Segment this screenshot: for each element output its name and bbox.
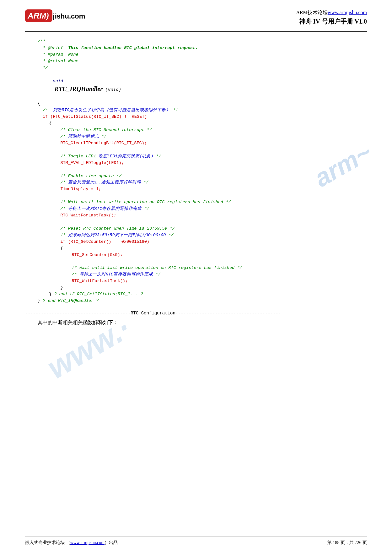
comment-enable-update-zh: /* 置全局变量为1，通知主程序打印时间 */ — [50, 179, 367, 186]
inner-open-brace: { — [44, 120, 367, 127]
code-comment-line-1: /** — [38, 38, 367, 45]
open-brace: { — [38, 101, 367, 107]
if-rtc-status: if (RTC_GetITStatus(RTC_IT_SEC) != RESET… — [38, 114, 367, 120]
header-forum: ARM技术论坛www.armjishu.com — [296, 9, 367, 16]
header-right: ARM技术论坛www.armjishu.com 神舟 IV 号用户手册 V1.0 — [296, 9, 367, 26]
footer-left-text: 嵌入式专业技术论坛 （ — [25, 540, 70, 545]
blank-5 — [38, 258, 367, 265]
comment-clear-rtc: /* Clear the RTC Second interrupt */ — [50, 127, 367, 133]
outer-close-brace: } ? end RTC_IRQHandler ? — [38, 298, 367, 304]
footer-right: 第 188 页，共 726 页 — [327, 540, 367, 546]
comment-reset-counter: /* Reset RTC Counter when Time is 23:59:… — [50, 226, 367, 232]
code-comment-param: * @param None — [38, 52, 367, 58]
rtc-set-counter: RTC_SetCounter(0x0); — [56, 252, 367, 258]
led-toggle-call: STM_EVAL_LEDToggle(LED1); — [50, 160, 367, 166]
func-name: RTC_IRQHandler — [53, 85, 103, 92]
header-manual-title: 神舟 IV 号用户手册 V1.0 — [296, 17, 367, 26]
if-get-counter: if (RTC_GetCounter() == 0x00015180) — [50, 239, 367, 245]
arm-logo-text: ARM — [28, 11, 46, 21]
inner-close-brace: } ? end if RTC_GetITStatus(RTC_I... ? — [44, 291, 367, 298]
comment-enable-update: /* Enable time update */ — [50, 173, 367, 180]
rtc-wait-2: RTC_WaitForLastTask(); — [56, 278, 367, 285]
jishu-suffix: jishu.com — [53, 12, 85, 20]
footer: 嵌入式专业技术论坛 （www.armjishu.com）出品 第 188 页，共… — [25, 536, 367, 546]
comment-wait-1-zh: /* 等待上一次对RTC寄存器的写操作完成 */ — [50, 206, 367, 212]
code-comment-retval: * @retval None — [38, 58, 367, 65]
inner-inner-close-brace: } — [50, 285, 367, 291]
footer-left-suffix: ）出品 — [105, 540, 118, 545]
void-keyword: void — [53, 79, 63, 83]
footer-left: 嵌入式专业技术论坛 （www.armjishu.com）出品 — [25, 540, 118, 546]
separator-line: ----------------------------------------… — [25, 311, 367, 316]
comment-wait-1: /* Wait until last write operation on RT… — [50, 199, 367, 206]
code-block: /** * @brief This function handles RTC g… — [38, 38, 367, 304]
blank-2 — [38, 166, 367, 173]
rtc-clear-call: RTC_ClearITPendingBit(RTC_IT_SEC); — [50, 140, 367, 147]
func-params: (void) — [103, 87, 121, 92]
header-forum-label: ARM技术论坛 — [296, 10, 327, 15]
comment-toggle-led: /* Toggle LED1 改变LED1的亮灭状态(取反) */ — [50, 153, 367, 160]
code-comment-brief: * @brief This function handles RTC globa… — [38, 45, 367, 52]
inner-inner-open-brace: { — [50, 245, 367, 252]
comment-wait-2: /* Wait until last write operation on RT… — [56, 265, 367, 271]
func-signature-line: void RTC_IRQHandler (void) — [38, 71, 367, 101]
arm-logo: ARM ) — [25, 9, 52, 22]
blank-3 — [38, 193, 367, 199]
header-forum-url[interactable]: www.armjishu.com — [328, 10, 367, 15]
comment-rtc-check: /* 判断RTC是否发生了秒中断（也有可能是溢出或者闹钟中断） */ — [38, 107, 367, 114]
footer-url[interactable]: www.armjishu.com — [70, 540, 105, 545]
section-desc: 其中的中断相关相关函数解释如下： — [38, 319, 367, 326]
rtc-wait-1: RTC_WaitForLastTask(); — [50, 212, 367, 219]
logo-container: ARM ) jishu.com — [25, 9, 88, 22]
time-display-set: TimeDisplay = 1; — [50, 186, 367, 193]
code-comment-end: */ — [38, 65, 367, 71]
header: ARM ) jishu.com ARM技术论坛www.armjishu.com … — [25, 0, 367, 29]
comment-clear-rtc-zh: /* 清除秒中断标志 */ — [50, 133, 367, 140]
header-divider — [25, 31, 367, 32]
comment-wait-2-zh: /* 等待上一次对RTC寄存器的写操作完成 */ — [56, 271, 367, 278]
comment-reset-counter-zh: /* 如果时间达到23:59:59则下一刻时间为00:00:00 */ — [50, 232, 367, 239]
blank-4 — [38, 219, 367, 226]
page-container: ARM ) jishu.com ARM技术论坛www.armjishu.com … — [0, 0, 392, 555]
arm-logo-bracket: ) — [46, 11, 49, 21]
blank-1 — [38, 147, 367, 153]
